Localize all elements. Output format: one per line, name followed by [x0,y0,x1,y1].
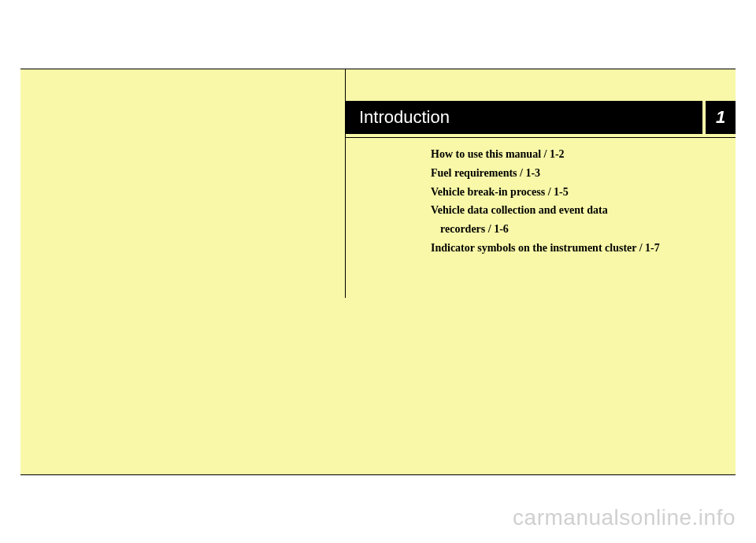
toc-item: Indicator symbols on the instrument clus… [431,239,730,258]
toc-item: Vehicle break-in process / 1-5 [431,183,730,202]
bottom-rule [20,474,736,475]
watermark: carmanualsonline.info [513,505,736,530]
header-underline [345,137,736,138]
toc-item: Vehicle data collection and event data [431,201,730,220]
chapter-number: 1 [702,101,736,134]
toc-item: How to use this manual / 1-2 [431,145,730,164]
toc-item-continuation: recorders / 1-6 [431,220,730,239]
chapter-title: Introduction [345,107,702,128]
toc-item: Fuel requirements / 1-3 [431,164,730,183]
chapter-header: Introduction 1 [345,101,736,134]
table-of-contents: How to use this manual / 1-2 Fuel requir… [431,145,730,258]
